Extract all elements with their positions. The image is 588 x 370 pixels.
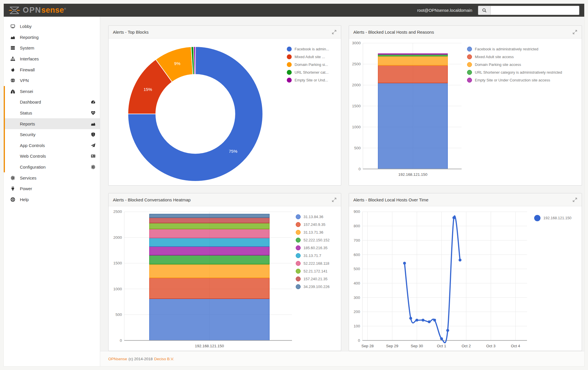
sidebar-item-configuration[interactable]: Configuration — [4, 162, 100, 173]
search-button[interactable] — [478, 6, 491, 15]
sidebar-item-firewall[interactable]: Firewall — [4, 64, 100, 75]
legend-item: URL Shortener cat... — [287, 68, 329, 76]
legend-label: 157.240.9.35 — [304, 222, 325, 227]
svg-text:0: 0 — [358, 338, 360, 343]
legend-color-dot — [296, 245, 301, 250]
expand-icon[interactable] — [572, 197, 577, 202]
panel-blocked-conversations: Alerts - Blocked Conversations Heatmap 0… — [108, 193, 341, 351]
sidebar-item-label: Help — [20, 197, 29, 202]
sidebar-item-reports[interactable]: Reports — [4, 118, 100, 129]
legend-item: 52.222.168.118 — [296, 260, 329, 267]
legend-item: Empty Site or Under Construction site ac… — [467, 76, 562, 84]
sidebar-item-sensei[interactable]: Sensei — [4, 86, 100, 97]
active-section-bar — [4, 129, 5, 140]
expand-icon[interactable] — [332, 197, 337, 202]
page-footer: OPNsense (c) 2014-2018 Deciso B.V. — [100, 351, 584, 366]
sidebar-item-services[interactable]: Services — [4, 172, 100, 183]
active-section-bar — [4, 118, 5, 129]
legend-color-dot — [296, 284, 301, 289]
legend-label: 157.240.21.35 — [304, 277, 327, 281]
panel-title: Alerts - Blocked Conversations Heatmap — [113, 197, 191, 202]
desktop-icon — [10, 24, 15, 29]
sidebar-item-lobby[interactable]: Lobby — [4, 21, 100, 32]
panel-header: Alerts - Top Blocks — [109, 26, 341, 39]
legend-item: 31.13.84.36 — [296, 213, 329, 221]
svg-text:Oct 2: Oct 2 — [462, 344, 471, 348]
legend-color-dot — [467, 47, 472, 52]
opnsense-link[interactable]: OPNsense — [108, 357, 127, 361]
legend-label: 31.13.71.36 — [304, 230, 323, 234]
panel-body: 050010001500200025003000192.168.121.150 … — [349, 39, 582, 185]
fire-icon — [10, 67, 15, 72]
dashboard-icon — [91, 100, 96, 104]
line-chart: 0100200300400500600700800900Sep 28Sep 29… — [349, 206, 582, 351]
legend-label: Mixed Adult site ... — [295, 55, 325, 59]
svg-text:Sep 28: Sep 28 — [361, 344, 374, 348]
active-section-bar — [4, 97, 5, 108]
main-content: Alerts - Top Blocks 75%15%9% Facebook is… — [100, 17, 584, 366]
sidebar-item-dashboard[interactable]: Dashboard — [4, 97, 100, 108]
sidebar-item-label: Reports — [20, 121, 35, 126]
svg-text:0: 0 — [359, 167, 361, 171]
sidebar-item-interfaces[interactable]: Interfaces — [4, 54, 100, 64]
sidebar-item-web-controls[interactable]: Web Controls — [4, 151, 100, 162]
sidebar-item-label: Configuration — [20, 165, 45, 169]
svg-text:1000: 1000 — [352, 125, 361, 129]
svg-text:Sep 29: Sep 29 — [386, 344, 399, 348]
legend-label: 31.13.84.36 — [304, 215, 323, 219]
legend-item: Empty Site or Und... — [287, 76, 329, 84]
sidebar-item-reporting[interactable]: Reporting — [4, 32, 100, 43]
sidebar-item-power[interactable]: Power — [4, 183, 100, 194]
legend-item: Domain Parking si... — [287, 61, 329, 68]
svg-text:500: 500 — [354, 267, 360, 271]
sidebar-item-status[interactable]: Status — [4, 108, 100, 119]
legend-item: 34.239.100.226 — [296, 283, 329, 291]
search-group — [478, 6, 579, 15]
area-chart-icon — [10, 35, 15, 40]
sidebar-item-label: Web Controls — [20, 154, 46, 159]
sidebar-item-help[interactable]: Help — [4, 194, 100, 205]
legend-label: URL Shortener category is administrative… — [475, 70, 562, 75]
search-input[interactable] — [491, 6, 579, 15]
sitemap-icon — [10, 56, 15, 61]
legend-item: 157.240.9.35 — [296, 221, 329, 228]
legend-color-dot — [287, 47, 292, 52]
sidebar-item-label: Services — [20, 176, 37, 180]
binoculars-icon — [10, 89, 15, 94]
legend-label: Domain Parking site access — [475, 62, 521, 67]
sidebar-item-system[interactable]: System — [4, 43, 100, 54]
sidebar-item-label: Status — [20, 110, 32, 115]
sidebar-item-label: Dashboard — [20, 100, 41, 104]
sidebar-item-app-controls[interactable]: App Controls — [4, 140, 100, 151]
sidebar-item-security[interactable]: Security — [4, 129, 100, 140]
tasks-icon — [10, 45, 15, 50]
svg-text:0: 0 — [120, 338, 122, 343]
sidebar-item-label: App Controls — [20, 143, 45, 148]
legend-label: Empty Site or Und... — [295, 78, 328, 82]
deciso-link[interactable]: Deciso B.V. — [154, 357, 174, 361]
legend-color-dot — [296, 269, 301, 274]
newspaper-icon — [91, 154, 96, 159]
legend-color-dot — [296, 238, 301, 243]
life-ring-icon — [10, 197, 15, 202]
panel-body: 05001000150020002500192.168.121.150 31.1… — [109, 206, 341, 351]
legend-item: 52.222.150.152 — [296, 236, 329, 244]
legend-label: Domain Parking si... — [295, 62, 328, 67]
expand-icon[interactable] — [572, 30, 577, 35]
heatmap-legend: 31.13.84.36157.240.9.3531.13.71.3652.222… — [296, 213, 329, 291]
svg-text:1000: 1000 — [113, 287, 122, 291]
sidebar-item-label: Security — [20, 132, 35, 137]
opnsense-logo[interactable]: OPNsense® — [9, 6, 66, 15]
legend-item: Domain Parking site access — [467, 61, 562, 68]
paper-plane-icon — [91, 143, 96, 148]
legend-label: Facebook is administratively restricted — [475, 47, 538, 51]
svg-text:600: 600 — [354, 253, 360, 257]
legend-label: 34.239.100.226 — [304, 285, 329, 289]
sidebar-item-label: System — [20, 45, 34, 50]
panel-blocked-hosts-reasons: Alerts - Blocked Local Hosts and Reasons… — [349, 25, 582, 186]
panel-title: Alerts - Blocked Local Hosts and Reasons — [353, 30, 434, 35]
legend-color-dot — [287, 70, 292, 75]
legend-color-dot — [467, 70, 472, 75]
sidebar-item-vpn[interactable]: VPN — [4, 75, 100, 86]
expand-icon[interactable] — [332, 30, 337, 35]
